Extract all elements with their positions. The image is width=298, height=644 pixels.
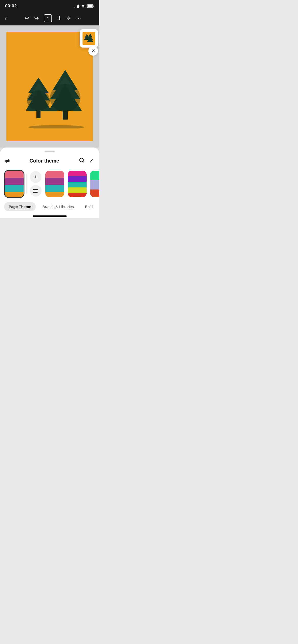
palette-card-selected[interactable]: [4, 170, 24, 198]
battery-icon: [87, 4, 94, 8]
trees-illustration: [23, 70, 89, 128]
thumbnail-preview: [80, 29, 98, 48]
bottom-sheet: ⇌ Color theme ✓ +: [0, 148, 99, 218]
more-button[interactable]: ···: [76, 15, 81, 22]
back-button[interactable]: ‹: [5, 15, 7, 22]
svg-rect-11: [63, 111, 68, 120]
status-bar: 00:02: [0, 0, 99, 11]
header-icons: ✓: [79, 157, 94, 165]
status-icons: [74, 4, 94, 8]
canvas-area: ✕: [0, 25, 99, 148]
tab-brands-libraries[interactable]: Brands & Libraries: [38, 202, 78, 211]
status-time: 00:02: [5, 4, 17, 9]
filter-button[interactable]: [30, 185, 42, 197]
svg-rect-2: [93, 6, 94, 7]
search-button[interactable]: [79, 157, 85, 165]
redo-button[interactable]: ↪: [34, 15, 39, 22]
undo-button[interactable]: ↩: [24, 15, 29, 22]
share-button[interactable]: ✈: [67, 15, 71, 21]
tab-page-theme[interactable]: Page Theme: [4, 202, 36, 211]
tab-bold[interactable]: Bold: [80, 202, 97, 211]
page-badge[interactable]: 1: [44, 14, 52, 22]
palette-divider: [26, 174, 27, 194]
action-buttons: +: [29, 171, 43, 197]
svg-rect-1: [88, 5, 93, 7]
svg-line-22: [83, 161, 84, 162]
canvas-wrapper: ✕: [6, 32, 93, 141]
signal-bars-icon: [74, 5, 79, 8]
shuffle-button[interactable]: ⇌: [5, 158, 10, 164]
home-indicator: [0, 213, 99, 218]
tabs-row: Page Theme Brands & Libraries Bold Class…: [0, 198, 99, 213]
thumbnail-trees-icon: [83, 32, 95, 45]
palette-card-2[interactable]: [45, 170, 65, 198]
palette-card-4[interactable]: [89, 170, 99, 198]
check-button[interactable]: ✓: [89, 157, 94, 165]
palette-card-3[interactable]: [67, 170, 87, 198]
svg-point-7: [27, 90, 50, 111]
toolbar: ‹ ↩ ↪ 1 ⬇ ✈ ···: [0, 11, 99, 25]
sheet-title: Color theme: [30, 158, 59, 164]
add-palette-button[interactable]: +: [30, 171, 42, 183]
svg-rect-6: [36, 111, 40, 118]
svg-point-13: [28, 125, 84, 128]
canvas[interactable]: [6, 32, 93, 141]
svg-point-12: [50, 84, 80, 112]
wifi-icon: [80, 4, 86, 8]
toolbar-actions: ↩ ↪ 1 ⬇ ✈ ···: [11, 14, 95, 22]
close-button[interactable]: ✕: [88, 46, 98, 56]
sheet-header: ⇌ Color theme ✓: [0, 157, 99, 170]
sheet-handle: [45, 151, 55, 152]
palettes-row: +: [0, 170, 99, 198]
home-bar: [33, 215, 67, 217]
download-button[interactable]: ⬇: [57, 15, 62, 22]
